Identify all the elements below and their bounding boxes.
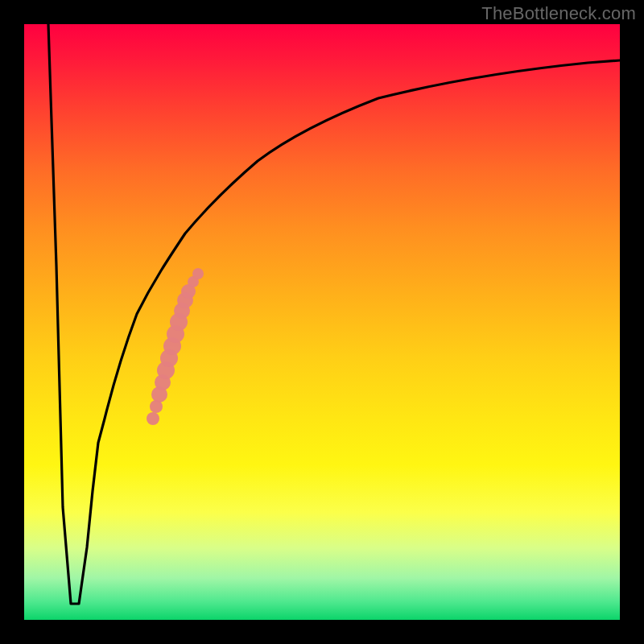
chart-frame: TheBottleneck.com <box>0 0 644 644</box>
watermark-text: TheBottleneck.com <box>481 3 636 24</box>
data-marker <box>192 268 204 279</box>
marker-group <box>147 268 204 425</box>
curve-layer <box>24 24 620 620</box>
plot-area <box>24 24 620 620</box>
bottleneck-curve <box>48 24 620 604</box>
data-marker <box>147 412 159 425</box>
